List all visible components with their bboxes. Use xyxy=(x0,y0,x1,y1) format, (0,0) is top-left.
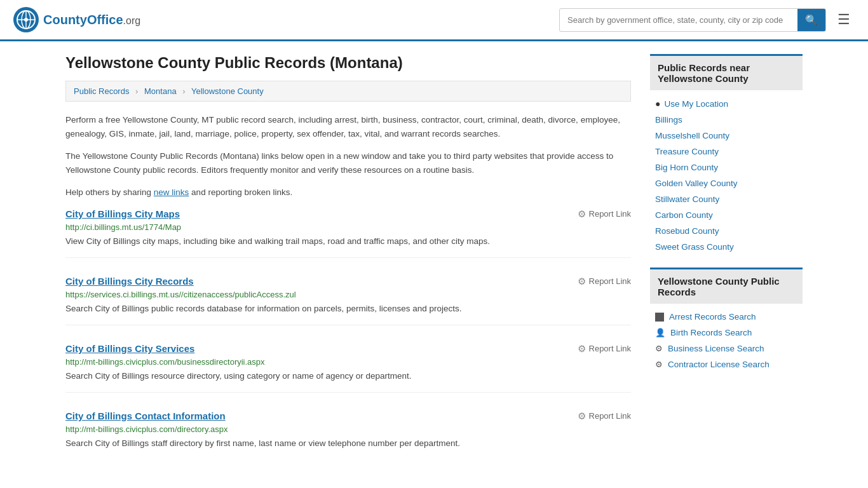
nearby-link-carbon[interactable]: Carbon County xyxy=(655,210,713,220)
search-bar: 🔍 xyxy=(559,8,826,32)
report-link-label-2: Report Link xyxy=(589,344,631,353)
nearby-link-billings[interactable]: Billings xyxy=(655,115,682,125)
sidebar-item-treasure: Treasure County xyxy=(650,144,803,159)
record-desc-2: Search City of Billings resource directo… xyxy=(65,370,631,383)
logo-area: CountyOffice.org xyxy=(13,6,140,33)
contractor-license-link[interactable]: Contractor License Search xyxy=(668,360,770,369)
record-desc-1: Search City of Billings public records d… xyxy=(65,302,631,316)
menu-button[interactable]: ☰ xyxy=(832,9,855,30)
birth-records-link[interactable]: Birth Records Search xyxy=(670,328,752,337)
sidebar-item-musselshell: Musselshell County xyxy=(650,128,803,144)
header: CountyOffice.org 🔍 ☰ xyxy=(0,0,868,41)
breadcrumb: Public Records › Montana › Yellowstone C… xyxy=(65,81,631,102)
report-link-button-2[interactable]: ⚙ Report Link xyxy=(578,343,631,355)
record-header-3: City of Billings Contact Information ⚙ R… xyxy=(65,410,631,422)
nearby-section: Public Records near Yellowstone County ●… xyxy=(650,54,803,255)
record-desc-3: Search City of Billings staff directory … xyxy=(65,437,631,451)
report-link-button-3[interactable]: ⚙ Report Link xyxy=(578,410,631,422)
report-icon-1: ⚙ xyxy=(578,276,586,287)
sidebar-item-sweetgrass: Sweet Grass County xyxy=(650,239,803,255)
content-area: Yellowstone County Public Records (Monta… xyxy=(65,54,631,477)
record-entry-2: City of Billings City Services ⚙ Report … xyxy=(65,343,631,393)
report-link-button-0[interactable]: ⚙ Report Link xyxy=(578,208,631,220)
contractor-license-icon: ⚙ xyxy=(655,360,663,369)
nearby-link-rosebud[interactable]: Rosebud County xyxy=(655,226,719,236)
logo-text: CountyOffice.org xyxy=(43,13,140,27)
arrest-records-icon xyxy=(655,313,664,322)
records-list: City of Billings City Maps ⚙ Report Link… xyxy=(65,208,631,459)
use-location-link[interactable]: Use My Location xyxy=(664,99,728,109)
record-header-0: City of Billings City Maps ⚙ Report Link xyxy=(65,208,631,220)
business-license-icon: ⚙ xyxy=(655,344,663,353)
sidebar-item-rosebud: Rosebud County xyxy=(650,223,803,239)
nearby-link-sweetgrass[interactable]: Sweet Grass County xyxy=(655,242,734,252)
nearby-link-stillwater[interactable]: Stillwater County xyxy=(655,194,719,204)
description-3-after: and reporting broken links. xyxy=(189,187,292,197)
sidebar-item-billings: Billings xyxy=(650,112,803,128)
arrest-records-link[interactable]: Arrest Records Search xyxy=(669,312,756,322)
sidebar-item-carbon: Carbon County xyxy=(650,207,803,223)
search-button[interactable]: 🔍 xyxy=(797,9,825,31)
breadcrumb-sep-1: › xyxy=(135,86,138,96)
location-dot-icon: ● xyxy=(655,98,660,109)
record-title-0[interactable]: City of Billings City Maps xyxy=(65,208,180,219)
sidebar-item-bighorn: Big Horn County xyxy=(650,159,803,175)
description-1: Perform a free Yellowstone County, MT pu… xyxy=(65,113,631,140)
contractor-license-item: ⚙ Contractor License Search xyxy=(650,356,803,372)
record-title-1[interactable]: City of Billings City Records xyxy=(65,276,194,287)
svg-point-5 xyxy=(24,18,28,22)
birth-records-item: 👤 Birth Records Search xyxy=(650,325,803,341)
nearby-link-goldenvalley[interactable]: Golden Valley County xyxy=(655,179,738,188)
record-entry-1: City of Billings City Records ⚙ Report L… xyxy=(65,276,631,325)
report-icon-3: ⚙ xyxy=(578,410,586,422)
report-icon-2: ⚙ xyxy=(578,343,586,355)
header-right: 🔍 ☰ xyxy=(559,8,855,32)
report-link-label-1: Report Link xyxy=(589,276,631,286)
sidebar-item-goldenvalley: Golden Valley County xyxy=(650,175,803,191)
nearby-link-bighorn[interactable]: Big Horn County xyxy=(655,163,718,172)
record-url-3: http://mt-billings.civicplus.com/directo… xyxy=(65,424,631,434)
record-header-2: City of Billings City Services ⚙ Report … xyxy=(65,343,631,355)
search-input[interactable] xyxy=(560,10,797,30)
sidebar: Public Records near Yellowstone County ●… xyxy=(650,54,803,477)
use-location-item: ● Use My Location xyxy=(650,95,803,112)
report-link-label-3: Report Link xyxy=(589,411,631,421)
page-title: Yellowstone County Public Records (Monta… xyxy=(65,54,631,72)
nearby-link-treasure[interactable]: Treasure County xyxy=(655,147,719,156)
record-title-3[interactable]: City of Billings Contact Information xyxy=(65,410,226,421)
site-logo-icon xyxy=(13,6,39,33)
record-url-1: https://services.ci.billings.mt.us//citi… xyxy=(65,290,631,299)
birth-records-icon: 👤 xyxy=(655,328,665,337)
report-icon-0: ⚙ xyxy=(578,208,586,220)
description-3-before: Help others by sharing xyxy=(65,187,154,197)
breadcrumb-public-records[interactable]: Public Records xyxy=(74,86,129,96)
description-2: The Yellowstone County Public Records (M… xyxy=(65,149,631,177)
business-license-link[interactable]: Business License Search xyxy=(668,344,764,353)
new-links-link[interactable]: new links xyxy=(154,187,189,197)
breadcrumb-montana[interactable]: Montana xyxy=(144,86,177,96)
arrest-records-item: Arrest Records Search xyxy=(650,309,803,325)
nearby-header: Public Records near Yellowstone County xyxy=(650,54,803,90)
description-3: Help others by sharing new links and rep… xyxy=(65,186,631,200)
record-desc-0: View City of Billings city maps, includi… xyxy=(65,235,631,248)
hamburger-icon: ☰ xyxy=(837,11,850,27)
record-entry-0: City of Billings City Maps ⚙ Report Link… xyxy=(65,208,631,258)
sidebar-item-stillwater: Stillwater County xyxy=(650,191,803,207)
records-section: Yellowstone County Public Records Arrest… xyxy=(650,268,803,372)
report-link-button-1[interactable]: ⚙ Report Link xyxy=(578,276,631,287)
nearby-link-musselshell[interactable]: Musselshell County xyxy=(655,131,729,140)
breadcrumb-sep-2: › xyxy=(182,86,185,96)
breadcrumb-yellowstone[interactable]: Yellowstone County xyxy=(191,86,264,96)
main-container: Yellowstone County Public Records (Monta… xyxy=(53,41,815,488)
report-link-label-0: Report Link xyxy=(589,209,631,219)
search-icon: 🔍 xyxy=(805,15,818,25)
record-header-1: City of Billings City Records ⚙ Report L… xyxy=(65,276,631,287)
record-url-2: http://mt-billings.civicplus.com/busines… xyxy=(65,357,631,367)
business-license-item: ⚙ Business License Search xyxy=(650,341,803,356)
records-header: Yellowstone County Public Records xyxy=(650,268,803,304)
record-url-0: http://ci.billings.mt.us/1774/Map xyxy=(65,222,631,232)
record-entry-3: City of Billings Contact Information ⚙ R… xyxy=(65,410,631,459)
record-title-2[interactable]: City of Billings City Services xyxy=(65,343,194,354)
